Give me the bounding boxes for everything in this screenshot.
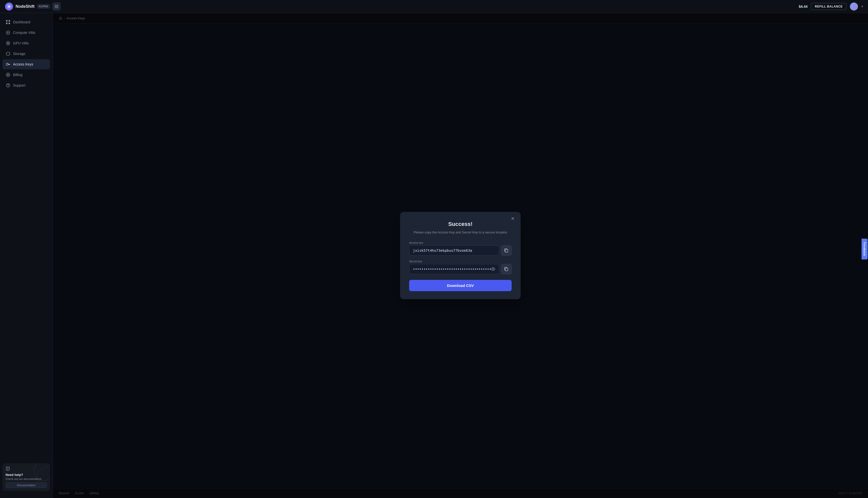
balance-display: $4.44 (799, 4, 807, 9)
access-key-value: jxisk57t4hu73ekpbuu77bvoe63a (413, 249, 472, 252)
dashboard-icon (5, 19, 11, 25)
key-icon (5, 62, 11, 67)
sidebar-item-billing[interactable]: Billing (2, 70, 50, 80)
main-content: › Access Keys ✕ Success! Please copy the… (53, 13, 868, 498)
header-right: $4.44 REFILL BALANCE ▾ (799, 2, 863, 11)
access-key-input[interactable]: jxisk57t4hu73ekpbuu77bvoe63a (409, 246, 499, 255)
sidebar-item-access-keys[interactable]: Access Keys (2, 59, 50, 69)
secret-key-input-wrapper (409, 264, 499, 274)
sidebar-label-billing: Billing (13, 73, 22, 77)
svg-rect-5 (9, 20, 10, 22)
docs-icon (5, 467, 11, 471)
svg-rect-7 (9, 23, 10, 24)
sidebar-label-compute-vms: Compute VMs (13, 31, 36, 35)
app-body: Dashboard Compute VMs (0, 13, 868, 498)
copy-secret-key-button[interactable] (501, 264, 511, 274)
modal-close-button[interactable]: ✕ (509, 215, 517, 222)
billing-icon (5, 72, 11, 77)
svg-rect-2 (54, 6, 59, 7)
svg-rect-4 (6, 20, 8, 22)
close-icon: ✕ (511, 216, 515, 221)
header: NodeShift ALPHA $4.44 REFILL BALANCE ▾ (0, 0, 868, 13)
sidebar-label-storage: Storage (13, 52, 25, 56)
svg-point-10 (7, 42, 9, 44)
compute-icon (5, 30, 11, 35)
support-icon (5, 83, 11, 88)
eye-icon (491, 267, 495, 271)
svg-rect-26 (505, 268, 508, 271)
modal-subtitle: Please copy the Access Key and Secret Ke… (409, 230, 511, 235)
sidebar-item-storage[interactable]: Storage (2, 49, 50, 59)
svg-point-18 (8, 86, 8, 87)
copy-icon (504, 248, 509, 253)
svg-point-15 (6, 73, 10, 77)
svg-rect-24 (505, 249, 508, 252)
svg-point-16 (7, 74, 9, 76)
secret-key-input[interactable] (413, 264, 491, 274)
modal-overlay: ✕ Success! Please copy the Access Key an… (53, 13, 868, 498)
download-csv-button[interactable]: Download CSV (409, 280, 511, 291)
secret-key-group: Secret key (409, 259, 511, 274)
sidebar-item-gpu-vms[interactable]: GPU VMs (2, 38, 50, 48)
sidebar-nav: Dashboard Compute VMs (0, 17, 52, 460)
chevron-down-icon[interactable]: ▾ (861, 5, 863, 8)
sidebar-help-box: Need help? Check out our documentation D… (2, 463, 50, 491)
sidebar-label-support: Support (13, 83, 25, 87)
copy-access-key-button[interactable] (501, 245, 511, 256)
menu-toggle-button[interactable] (52, 2, 61, 11)
sidebar-label-dashboard: Dashboard (13, 20, 30, 24)
alpha-badge: ALPHA (37, 4, 50, 9)
logo-icon (5, 2, 13, 11)
access-key-label: Access key (409, 241, 499, 244)
modal-title: Success! (409, 221, 511, 227)
gpu-icon (5, 41, 11, 46)
svg-point-11 (6, 63, 8, 65)
svg-point-25 (493, 268, 494, 270)
app-name: NodeShift (16, 4, 35, 9)
sidebar-item-compute-vms[interactable]: Compute VMs (2, 28, 50, 38)
toggle-secret-visibility-button[interactable] (491, 267, 495, 271)
sidebar-item-support[interactable]: Support (2, 80, 50, 90)
sidebar-label-gpu-vms: GPU VMs (13, 41, 29, 45)
sidebar: Dashboard Compute VMs (0, 13, 53, 498)
refill-balance-button[interactable]: REFILL BALANCE (811, 3, 846, 10)
avatar[interactable] (850, 2, 858, 11)
copy-icon-2 (504, 267, 509, 271)
access-key-container: Access key jxisk57t4hu73ekpbuu77bvoe63a (409, 241, 499, 255)
svg-rect-1 (54, 5, 59, 5)
access-key-group: Access key jxisk57t4hu73ekpbuu77bvoe63a (409, 241, 511, 256)
header-left: NodeShift ALPHA (5, 2, 61, 11)
sidebar-item-dashboard[interactable]: Dashboard (2, 17, 50, 27)
svg-rect-6 (6, 23, 8, 24)
secret-key-label: Secret key (409, 260, 499, 263)
secret-key-container: Secret key (409, 260, 499, 274)
feedback-tab[interactable]: Feedback (862, 239, 868, 260)
success-modal: ✕ Success! Please copy the Access Key an… (400, 212, 521, 300)
svg-rect-3 (54, 8, 59, 8)
sidebar-label-access-keys: Access Keys (13, 62, 33, 66)
storage-icon (5, 51, 11, 56)
